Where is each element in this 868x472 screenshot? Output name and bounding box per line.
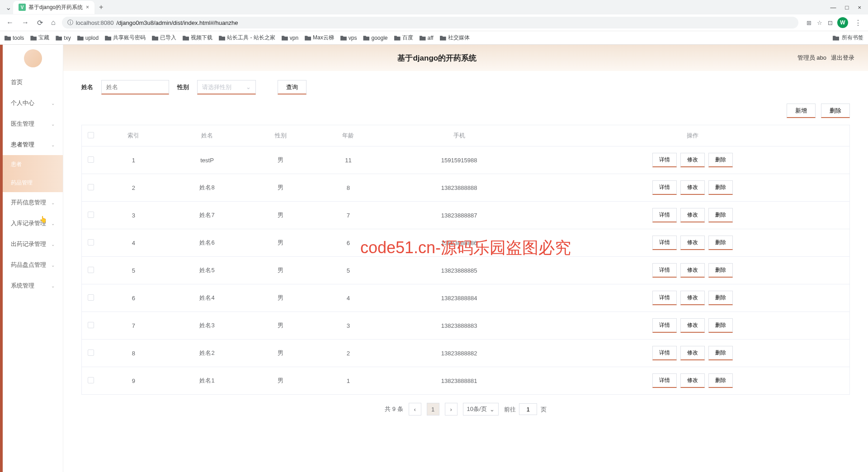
edit-button[interactable]: 修改 <box>680 346 705 360</box>
menu-icon[interactable]: ⋮ <box>853 19 863 27</box>
info-icon: ⓘ <box>67 19 73 27</box>
sidebar-item[interactable]: 患者管理⌄ <box>3 134 63 155</box>
row-checkbox[interactable] <box>82 146 100 174</box>
row-delete-button[interactable]: 删除 <box>708 236 733 250</box>
cell-ops: 详情修改删除 <box>536 257 850 284</box>
row-delete-button[interactable]: 删除 <box>708 153 733 167</box>
maximize-icon[interactable]: □ <box>845 4 849 11</box>
edit-button[interactable]: 修改 <box>680 153 705 167</box>
row-checkbox[interactable] <box>82 367 100 395</box>
detail-button[interactable]: 详情 <box>652 346 677 360</box>
all-bookmarks[interactable]: 所有书签 <box>842 34 863 42</box>
bookmark-item[interactable]: vps <box>340 34 357 42</box>
detail-button[interactable]: 详情 <box>652 291 677 305</box>
bookmark-item[interactable]: aff <box>420 34 434 42</box>
row-checkbox[interactable] <box>82 174 100 202</box>
new-tab-button[interactable]: + <box>94 3 108 11</box>
add-button[interactable]: 新增 <box>787 104 816 118</box>
edit-button[interactable]: 修改 <box>680 263 705 278</box>
browser-tab[interactable]: V 基于django的开药系统 × <box>13 1 94 14</box>
bookmark-item[interactable]: google <box>363 34 387 42</box>
home-icon[interactable]: ⌂ <box>49 19 57 27</box>
total-label: 共 9 条 <box>385 405 403 413</box>
cell-gender: 男 <box>247 340 315 367</box>
edit-button[interactable]: 修改 <box>680 373 705 388</box>
bookmark-item[interactable]: 百度 <box>394 34 413 42</box>
page-jump-input[interactable] <box>519 403 537 415</box>
page-size-select[interactable]: 10条/页 ⌄ <box>463 403 499 415</box>
row-checkbox[interactable] <box>82 312 100 340</box>
sidebar-item[interactable]: 出药记录管理⌄ <box>3 234 63 255</box>
sidebar-item[interactable]: 医生管理⌄ <box>3 113 63 134</box>
bookmark-item[interactable]: uplod <box>77 34 99 42</box>
row-delete-button[interactable]: 删除 <box>708 291 733 305</box>
name-input[interactable] <box>101 80 169 94</box>
sidebar-item[interactable]: 开药信息管理⌄ <box>3 192 63 213</box>
edit-button[interactable]: 修改 <box>680 180 705 195</box>
detail-button[interactable]: 详情 <box>652 236 677 250</box>
row-delete-button[interactable]: 删除 <box>708 318 733 333</box>
logout-link[interactable]: 退出登录 <box>831 54 854 62</box>
select-all[interactable] <box>82 125 100 146</box>
sidebar-item[interactable]: 首页 <box>3 72 63 93</box>
detail-button[interactable]: 详情 <box>652 318 677 333</box>
bookmark-item[interactable]: vpn <box>282 34 298 42</box>
star-icon[interactable]: ☆ <box>817 19 822 26</box>
row-checkbox[interactable] <box>82 202 100 229</box>
row-checkbox[interactable] <box>82 284 100 312</box>
row-delete-button[interactable]: 删除 <box>708 263 733 278</box>
sidebar-item[interactable]: 个人中心⌄ <box>3 93 63 113</box>
user-label[interactable]: 管理员 abo <box>797 54 826 62</box>
sidebar-item[interactable]: 药品盘点管理⌄ <box>3 255 63 275</box>
detail-button[interactable]: 详情 <box>652 180 677 195</box>
minimize-icon[interactable]: — <box>830 4 836 11</box>
bookmark-item[interactable]: Max云梯 <box>305 34 334 42</box>
cell-gender: 男 <box>247 146 315 174</box>
row-delete-button[interactable]: 删除 <box>708 373 733 388</box>
prev-page-button[interactable]: ‹ <box>409 403 421 415</box>
sidebar-item[interactable]: 入库记录管理⌄ <box>3 213 63 234</box>
bookmark-item[interactable]: 已导入 <box>152 34 176 42</box>
profile-avatar[interactable]: W <box>837 17 848 28</box>
forward-icon[interactable]: → <box>20 19 31 27</box>
detail-button[interactable]: 详情 <box>652 263 677 278</box>
delete-button[interactable]: 删除 <box>821 104 850 118</box>
extension-icon[interactable]: ⊡ <box>828 19 833 26</box>
pagination: 共 9 条 ‹ 1 › 10条/页 ⌄ 前往 页 <box>81 403 850 415</box>
translate-icon[interactable]: ⊞ <box>807 19 811 26</box>
gender-select[interactable]: 请选择性别 ⌄ <box>197 80 256 94</box>
row-delete-button[interactable]: 删除 <box>708 208 733 222</box>
row-checkbox[interactable] <box>82 229 100 257</box>
bookmark-item[interactable]: tools <box>5 34 24 42</box>
close-icon[interactable]: × <box>86 4 89 10</box>
bookmark-item[interactable]: 站长工具 - 站长之家 <box>219 34 275 42</box>
close-window-icon[interactable]: × <box>858 4 861 11</box>
detail-button[interactable]: 详情 <box>652 373 677 388</box>
bookmark-item[interactable]: txy <box>56 34 71 42</box>
query-button[interactable]: 查询 <box>278 80 307 94</box>
detail-button[interactable]: 详情 <box>652 208 677 222</box>
row-delete-button[interactable]: 删除 <box>708 346 733 360</box>
bookmark-item[interactable]: 宝藏 <box>30 34 49 42</box>
bookmark-item[interactable]: 社交媒体 <box>440 34 470 42</box>
row-delete-button[interactable]: 删除 <box>708 180 733 195</box>
edit-button[interactable]: 修改 <box>680 318 705 333</box>
url-input[interactable]: ⓘ localhost:8080/django0m3u8/admin/dist/… <box>62 17 798 28</box>
reload-icon[interactable]: ⟳ <box>35 19 45 27</box>
cell-ops: 详情修改删除 <box>536 229 850 257</box>
chevron-down-icon[interactable]: ⌄ <box>4 3 13 12</box>
sidebar-subitem[interactable]: 药品管理 <box>3 174 63 192</box>
bookmark-item[interactable]: 视频下载 <box>183 34 212 42</box>
edit-button[interactable]: 修改 <box>680 291 705 305</box>
sidebar-item[interactable]: 系统管理⌄ <box>3 275 63 296</box>
row-checkbox[interactable] <box>82 257 100 284</box>
next-page-button[interactable]: › <box>445 403 458 415</box>
back-icon[interactable]: ← <box>5 19 15 27</box>
sidebar-subitem[interactable]: 患者 <box>3 155 63 174</box>
edit-button[interactable]: 修改 <box>680 236 705 250</box>
row-checkbox[interactable] <box>82 340 100 367</box>
bookmark-item[interactable]: 共享账号密码 <box>105 34 146 42</box>
page-number[interactable]: 1 <box>427 403 439 415</box>
detail-button[interactable]: 详情 <box>652 153 677 167</box>
edit-button[interactable]: 修改 <box>680 208 705 222</box>
